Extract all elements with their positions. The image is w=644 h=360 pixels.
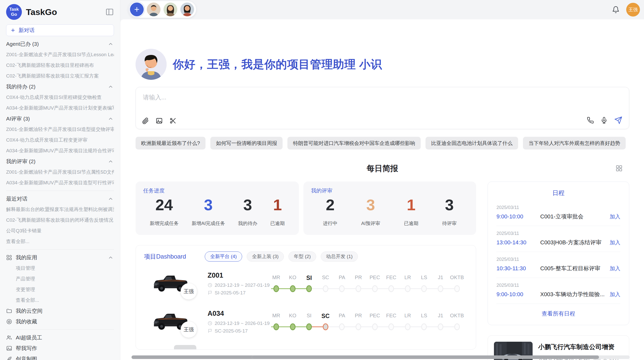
section-title-label: 我的待办 (2)	[6, 83, 36, 90]
scrollbar-thumb[interactable]	[252, 355, 599, 359]
agent-avatar-3[interactable]	[180, 3, 194, 16]
sidebar-item[interactable]: 查看全部...	[6, 295, 114, 306]
suggestion-chip[interactable]: 如何写一份清晰的项目周报	[210, 137, 283, 149]
notifications-bell-icon[interactable]	[612, 6, 620, 13]
sidebar-item[interactable]: C0X4-动力总成开发项目工程变更评审	[6, 135, 114, 145]
sidebar-item[interactable]: A034-全新新能源MUV产品开发项目法规符合性评审	[6, 145, 114, 156]
sidebar-item[interactable]: 解释最新出台的欧盟报废车法规再生塑料比例被调至15%...	[6, 204, 114, 215]
chevron-up-icon[interactable]	[108, 159, 113, 164]
sidebar-item[interactable]: C02-飞腾新能源轻客改款项目的闭环通告反馈情况	[6, 215, 114, 226]
collapse-sidebar-icon[interactable]	[105, 8, 114, 16]
sidebar-item[interactable]: 查看全部...	[6, 236, 114, 247]
chevron-up-icon[interactable]	[108, 116, 113, 122]
stat-card: 任务进度24新增完成任务3新增AI完成任务3我的待办1已逾期	[136, 182, 299, 235]
folder-icon	[6, 308, 12, 314]
project-row[interactable]: 王强A0342023-12-19 ~ 2026-01-19SC-2025-05-…	[144, 305, 468, 338]
milestone-dot	[306, 285, 312, 292]
sidebar-tool-item[interactable]: AI超级员工	[6, 332, 114, 343]
horizontal-scrollbar-left[interactable]	[131, 355, 254, 359]
schedule-join-link[interactable]: 加入	[610, 239, 620, 246]
suggestion-chip[interactable]: 比亚迪全固态电池计划具体说了什么	[426, 137, 518, 149]
milestone-label: PR	[355, 313, 362, 319]
agent-avatar-1[interactable]	[147, 3, 160, 16]
briefing-layout-icon[interactable]	[616, 165, 623, 172]
sidebar-section-title[interactable]: AI评审 (3)	[6, 113, 114, 124]
schedule-line: 9:00-10:00X003-车辆动力学性能验...加入	[496, 291, 620, 298]
chevron-up-icon[interactable]	[108, 196, 113, 202]
assistant-avatar	[136, 49, 167, 80]
sidebar-item[interactable]: Z001-全新燃油轻卡产品开发项目SI节点属性5D文件评审	[6, 167, 114, 177]
horizontal-scrollbar[interactable]	[252, 355, 630, 359]
sidebar-tool-item[interactable]: 帮我写作	[6, 343, 114, 354]
milestone-label: SC	[321, 313, 330, 320]
suggestion-chip[interactable]: 欧洲新规最近颁布了什么?	[136, 137, 206, 149]
chevron-up-icon[interactable]	[108, 255, 113, 260]
phone-call-icon[interactable]	[587, 117, 594, 124]
schedule-date: 2025/03/11	[496, 283, 620, 288]
stat-value: 1	[273, 196, 282, 214]
sidebar-tool-label: AI超级员工	[16, 334, 42, 341]
milestone-dot	[273, 323, 279, 330]
microphone-icon[interactable]	[601, 117, 608, 124]
chevron-up-icon[interactable]	[108, 84, 113, 89]
project-image-wrap: 王强	[144, 310, 208, 334]
logo-text-2: Go	[11, 12, 17, 17]
suggestion-chips: 欧洲新规最近颁布了什么?如何写一份清晰的项目周报特朗普可能对进口汽车增税会对中国…	[136, 137, 629, 149]
topbar: 王强	[120, 0, 644, 19]
sidebar-section-title[interactable]: Agent已办 (3)	[6, 39, 114, 49]
schedule-join-link[interactable]: 加入	[610, 265, 620, 272]
attachment-icon[interactable]	[142, 117, 149, 124]
sidebar-section-title[interactable]: 我的待办 (2)	[6, 81, 114, 92]
dashboard-tab[interactable]: 动总开发 (1)	[321, 251, 358, 262]
schedule-time: 13:00-14:30	[496, 239, 540, 246]
project-name: A034	[208, 310, 271, 318]
sidebar-item-folder-icon[interactable]: 我的云空间	[6, 306, 114, 316]
sidebar-item[interactable]: C02-飞腾新能源轻客改款项目里程碑画布	[6, 60, 114, 71]
suggestion-chip[interactable]: 特朗普可能对进口汽车增税会对中国车企造成哪些影响	[287, 137, 421, 149]
sidebar-tool-item[interactable]: 创意制图	[6, 354, 114, 360]
sidebar-item-my-apps[interactable]: 我的应用	[6, 252, 114, 263]
image-upload-icon[interactable]	[156, 117, 163, 124]
sidebar-item[interactable]: Z001-全新燃油轻卡产品开发项目SI造型提交物评审	[6, 124, 114, 135]
chevron-up-icon[interactable]	[108, 41, 113, 47]
sidebar-item[interactable]: C0X4-动力总成开发项目SI里程碑提交物检查	[6, 92, 114, 103]
schedule-title: 日程	[496, 189, 620, 197]
new-session-button[interactable]	[130, 3, 144, 16]
sidebar-item[interactable]: 产品管理	[6, 274, 114, 284]
agent-avatar-2[interactable]	[164, 3, 177, 16]
sidebar-divider	[6, 249, 114, 250]
sidebar-item[interactable]: 公司Q3轻卡销量	[6, 226, 114, 236]
milestone-dot	[454, 323, 460, 330]
suggestion-chip[interactable]: 当下年轻人对汽车外观有怎样的喜好趋势	[523, 137, 626, 149]
sidebar-item[interactable]: 变更管理	[6, 284, 114, 295]
user-avatar[interactable]: 王强	[626, 3, 640, 17]
dashboard-header: 项目Dashboard 全新平台 (4)全新上装 (3)年型 (2)动总开发 (…	[144, 245, 468, 262]
scissors-icon[interactable]	[169, 117, 177, 124]
sidebar-item[interactable]: A034-全新新能源MUV产品开发项目计划变更表编写	[6, 103, 114, 113]
sidebar-item-star-badge-icon[interactable]: 我的收藏	[6, 316, 114, 327]
sidebar-item[interactable]: A034-全新新能源MUV产品开发项目造型可行性评审	[6, 177, 114, 188]
dashboard-tab[interactable]: 全新上装 (3)	[247, 251, 284, 262]
send-icon[interactable]	[614, 116, 622, 124]
sidebar-section-title[interactable]: 我的评审 (2)	[6, 156, 114, 167]
schedule-join-link[interactable]: 加入	[610, 213, 620, 220]
sidebar-tool-label: 帮我写作	[16, 345, 37, 352]
sidebar-section-title[interactable]: 最近对话	[6, 193, 114, 204]
milestone-dot	[388, 285, 394, 292]
sidebar-item[interactable]: 项目管理	[6, 263, 114, 274]
sidebar-item[interactable]: C02-飞腾新能源轻客改款项目立项汇报方案	[6, 71, 114, 81]
chat-input[interactable]: 请输入...	[136, 87, 629, 129]
stat-value: 3	[445, 196, 454, 214]
new-chat-button[interactable]: 新对话	[6, 24, 114, 36]
sidebar-item[interactable]: Z001-全新燃油皮卡产品开发项目SI节点Lesson Learn报告	[6, 49, 114, 60]
schedule-item: 2025/03/119:00-10:00X003-车辆动力学性能验...加入	[496, 278, 620, 304]
schedule-join-link[interactable]: 加入	[610, 291, 620, 298]
dashboard-tab[interactable]: 年型 (2)	[288, 251, 316, 262]
schedule-item: 2025/03/1110:30-11:30C005-整车工程目标评审加入	[496, 252, 620, 278]
dashboard-tab[interactable]: 全新平台 (4)	[205, 251, 242, 262]
view-all-schedule-link[interactable]: 查看所有日程	[496, 310, 620, 318]
project-name: Z001	[208, 272, 271, 279]
project-row[interactable]: 王强Z0012023-12-19 ~ 2027-01-19SI-2025-05-…	[144, 267, 468, 300]
dashboard-tabs: 全新平台 (4)全新上装 (3)年型 (2)动总开发 (1)	[205, 251, 358, 262]
milestone-label: SC	[322, 275, 329, 280]
